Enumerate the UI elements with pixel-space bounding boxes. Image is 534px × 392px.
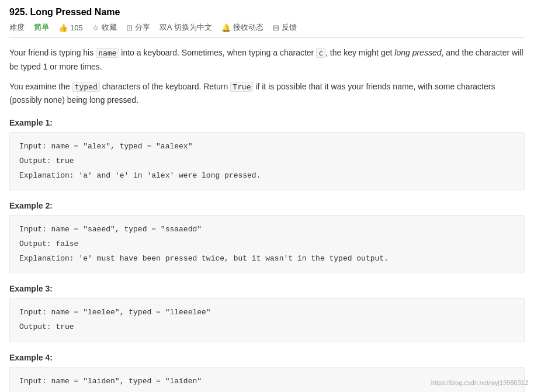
desc-code-c: c — [316, 48, 325, 58]
collect-button[interactable]: ☆ 收藏 — [92, 22, 117, 33]
page-title: 925. Long Pressed Name — [9, 7, 525, 18]
desc-text-3: , the key might get — [325, 48, 394, 57]
desc-code-typed: typed — [72, 82, 100, 92]
feedback-label: 反馈 — [282, 22, 297, 33]
desc-text-p2-1: You examine the — [9, 82, 72, 91]
example-title-3: Example 3: — [9, 284, 525, 293]
example-line: Output: false — [19, 237, 515, 252]
example-line: Explanation: 'e' must have been pressed … — [19, 252, 515, 266]
example-line: Explanation: 'a' and 'e' in 'alex' were … — [19, 169, 515, 183]
description-para2: You examine the typed characters of the … — [9, 80, 525, 108]
translate-icon: 双A — [159, 22, 172, 33]
example-line: Output: true — [19, 388, 515, 392]
desc-italic-long-pressed: long pressed — [394, 48, 441, 57]
desc-code-true: True — [230, 82, 253, 92]
collect-label: 收藏 — [102, 22, 117, 33]
example-line: Input: name = "leelee", typed = "lleeele… — [19, 306, 515, 320]
translate-label: 切换为中文 — [174, 22, 212, 33]
example-line: Output: true — [19, 154, 515, 169]
toolbar: 难度 简单 👍 105 ☆ 收藏 ⊡ 分享 双A 切换为中文 🔔 接收动态 ⊟ … — [9, 22, 525, 38]
like-icon: 👍 — [58, 23, 68, 32]
share-button[interactable]: ⊡ 分享 — [126, 22, 150, 33]
example-title-1: Example 1: — [9, 118, 525, 127]
desc-text-p2-2: characters of the keyboard. Return — [100, 82, 230, 91]
example-line: Input: name = "saeed", typed = "ssaaedd" — [19, 223, 515, 237]
desc-text-1: Your friend is typing his — [9, 48, 96, 57]
description-para1: Your friend is typing his name into a ke… — [9, 46, 525, 74]
like-button[interactable]: 👍 105 — [58, 23, 83, 32]
share-icon: ⊡ — [126, 23, 133, 32]
example-box-2: Input: name = "saeed", typed = "ssaaedd"… — [9, 215, 525, 273]
example-title-4: Example 4: — [9, 353, 525, 362]
feedback-icon: ⊟ — [273, 23, 279, 32]
desc-text-2: into a keyboard. Sometimes, when typing … — [119, 48, 316, 57]
bell-icon: 🔔 — [221, 23, 231, 32]
difficulty-level[interactable]: 简单 — [34, 22, 49, 33]
feedback-button[interactable]: ⊟ 反馈 — [273, 22, 297, 33]
example-line: Input: name = "alex", typed = "aaleex" — [19, 140, 515, 154]
difficulty-label: 难度 — [9, 22, 25, 33]
notify-label: 接收动态 — [233, 22, 263, 33]
example-box-1: Input: name = "alex", typed = "aaleex"Ou… — [9, 132, 525, 190]
example-title-2: Example 2: — [9, 201, 525, 210]
like-count: 105 — [70, 23, 83, 32]
desc-code-name: name — [96, 48, 119, 58]
star-icon: ☆ — [92, 23, 99, 32]
example-line: Output: true — [19, 320, 515, 335]
translate-button[interactable]: 双A 切换为中文 — [159, 22, 213, 33]
notify-button[interactable]: 🔔 接收动态 — [221, 22, 263, 33]
example-box-3: Input: name = "leelee", typed = "lleeele… — [9, 298, 525, 342]
examples-container: Example 1:Input: name = "alex", typed = … — [9, 118, 525, 392]
watermark: https://blog.csdn.net/wyj19980312 — [431, 379, 528, 386]
share-label: 分享 — [135, 22, 150, 33]
